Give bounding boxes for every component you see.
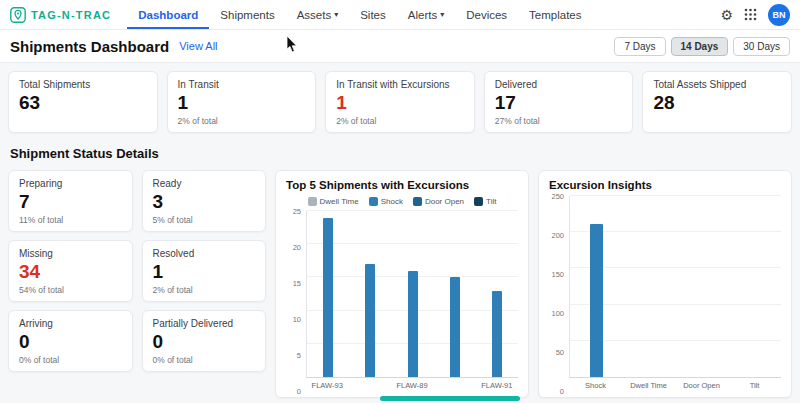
location-pin-icon [10, 7, 26, 23]
status-card-preparing[interactable]: Preparing 7 11% of total [8, 170, 133, 232]
range-30-days-button[interactable]: 30 Days [733, 37, 790, 56]
bar-slot [728, 196, 781, 377]
legend-label: Door Open [425, 197, 464, 206]
nav-sites[interactable]: Sites [349, 0, 397, 29]
apps-grid-icon[interactable] [744, 8, 757, 21]
legend-item-dwell-time[interactable]: Dwell Time [308, 197, 359, 206]
status-value: 34 [19, 262, 122, 282]
y-tick-label: 0 [297, 387, 301, 396]
page-title: Shipments Dashboard [10, 38, 169, 55]
chart-body: 0510152025 FLAW-93FLAW-89FLAW-91 [286, 211, 518, 391]
bar-slot [434, 211, 476, 377]
status-value: 7 [19, 192, 122, 212]
y-tick-label: 200 [551, 231, 564, 240]
status-value: 0 [19, 332, 122, 352]
kpi-row: Total Shipments 63 In Transit 1 2% of to… [8, 71, 792, 133]
kpi-in-transit[interactable]: In Transit 1 2% of total [167, 71, 317, 133]
bar-flaw-93[interactable] [323, 218, 333, 377]
plot-area [569, 196, 781, 378]
user-avatar[interactable]: BN [768, 4, 790, 26]
status-card-ready[interactable]: Ready 3 5% of total [142, 170, 267, 232]
status-card-missing[interactable]: Missing 34 54% of total [8, 240, 133, 302]
status-value: 3 [153, 192, 256, 212]
top-navbar: TAG-N-TRAC Dashboard Shipments Assets ▾ … [0, 0, 800, 30]
kpi-value: 1 [178, 93, 306, 113]
status-label: Ready [153, 178, 256, 189]
kpi-total-assets-shipped[interactable]: Total Assets Shipped 28 [642, 71, 792, 133]
gear-icon[interactable]: ⚙ [720, 8, 733, 22]
bar-item-2[interactable] [365, 264, 375, 377]
kpi-label: Total Shipments [19, 79, 147, 90]
kpi-label: Delivered [495, 79, 623, 90]
y-tick-label: 25 [293, 207, 301, 216]
kpi-delivered[interactable]: Delivered 17 27% of total [484, 71, 634, 133]
legend-item-tilt[interactable]: Tilt [474, 197, 496, 206]
legend-item-door-open[interactable]: Door Open [413, 197, 464, 206]
status-value: 0 [153, 332, 256, 352]
nav-assets-label: Assets [297, 9, 332, 21]
status-card-partially-delivered[interactable]: Partially Delivered 0 0% of total [142, 310, 267, 372]
brand-logo[interactable]: TAG-N-TRAC [10, 0, 111, 29]
status-card-resolved[interactable]: Resolved 1 2% of total [142, 240, 267, 302]
chart-excursion-insights: Excursion Insights 050100150200250 Shock… [538, 170, 792, 398]
chevron-down-icon: ▾ [440, 10, 444, 19]
status-label: Resolved [153, 248, 256, 259]
horizontal-scrollbar-thumb[interactable] [380, 396, 520, 401]
chevron-down-icon: ▾ [334, 10, 338, 19]
plot-wrap: FLAW-93FLAW-89FLAW-91 [306, 211, 518, 391]
kpi-value: 1 [336, 93, 464, 113]
x-tick-label: Shock [569, 378, 622, 391]
kpi-value: 28 [653, 93, 781, 113]
range-14-days-button[interactable]: 14 Days [671, 37, 729, 56]
nav-assets[interactable]: Assets ▾ [286, 0, 350, 29]
page-header: Shipments Dashboard View All 7 Days 14 D… [0, 30, 800, 63]
bar-shock[interactable] [590, 224, 603, 377]
range-7-days-button[interactable]: 7 Days [614, 37, 665, 56]
legend-swatch [308, 197, 317, 206]
x-axis: FLAW-93FLAW-89FLAW-91 [306, 378, 518, 391]
y-axis: 0510152025 [286, 211, 306, 391]
legend-swatch [413, 197, 422, 206]
bar-flaw-89[interactable] [408, 271, 418, 377]
bar-slot [623, 196, 676, 377]
status-label: Missing [19, 248, 122, 259]
chart-title: Excursion Insights [549, 179, 781, 191]
main-nav: Dashboard Shipments Assets ▾ Sites Alert… [127, 0, 592, 29]
status-sub: 11% of total [19, 215, 122, 225]
view-all-link[interactable]: View All [179, 40, 217, 52]
nav-dashboard[interactable]: Dashboard [127, 0, 209, 29]
y-tick-label: 100 [551, 309, 564, 318]
nav-shipments[interactable]: Shipments [209, 0, 285, 29]
kpi-total-shipments[interactable]: Total Shipments 63 [8, 71, 158, 133]
status-section-title: Shipment Status Details [10, 146, 790, 161]
x-axis: ShockDwell TimeDoor OpenTilt [569, 378, 781, 391]
y-tick-label: 150 [551, 270, 564, 279]
status-sub: 0% of total [153, 355, 256, 365]
nav-alerts[interactable]: Alerts ▾ [397, 0, 455, 29]
status-sub: 0% of total [19, 355, 122, 365]
date-range-selector: 7 Days 14 Days 30 Days [614, 37, 790, 56]
nav-devices[interactable]: Devices [455, 0, 518, 29]
chart-top-5-shipments-with-excursions: Top 5 Shipments with Excursions Dwell Ti… [275, 170, 529, 398]
x-tick-label: FLAW-91 [476, 378, 518, 391]
kpi-sub: 2% of total [178, 116, 306, 126]
bar-slot [570, 196, 623, 377]
nav-templates[interactable]: Templates [518, 0, 592, 29]
status-grid: Preparing 7 11% of total Ready 3 5% of t… [8, 170, 266, 398]
bar-item-4[interactable] [450, 277, 460, 377]
y-tick-label: 250 [551, 192, 564, 201]
x-tick-label: Tilt [728, 378, 781, 391]
status-label: Partially Delivered [153, 318, 256, 329]
dashboard-content: Total Shipments 63 In Transit 1 2% of to… [0, 63, 800, 398]
kpi-sub: 2% of total [336, 116, 464, 126]
y-tick-label: 50 [556, 348, 564, 357]
legend-item-shock[interactable]: Shock [369, 197, 403, 206]
y-tick-label: 5 [297, 351, 301, 360]
kpi-in-transit-with-excursions[interactable]: In Transit with Excursions 1 2% of total [325, 71, 475, 133]
status-card-arriving[interactable]: Arriving 0 0% of total [8, 310, 133, 372]
bar-slot [391, 211, 433, 377]
legend-swatch [369, 197, 378, 206]
kpi-label: In Transit [178, 79, 306, 90]
bar-flaw-91[interactable] [492, 291, 502, 377]
x-tick-label: Dwell Time [622, 378, 675, 391]
